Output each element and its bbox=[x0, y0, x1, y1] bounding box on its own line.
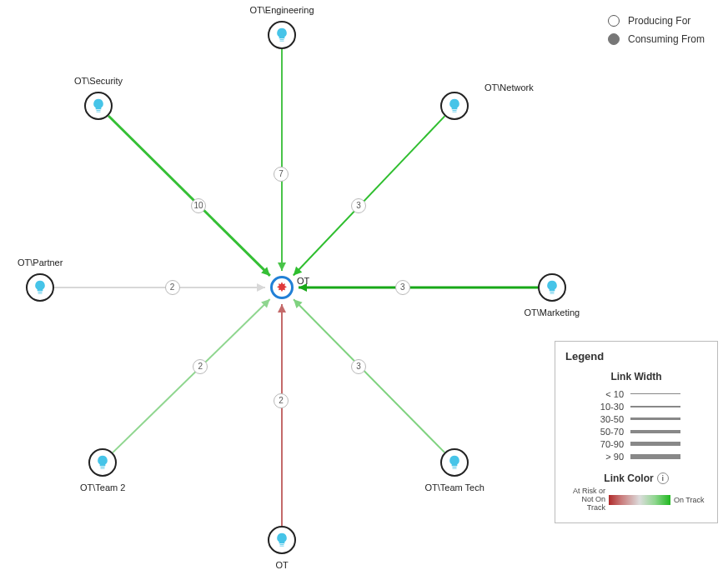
legend-width-line bbox=[630, 430, 680, 433]
graph-key: Producing For Consuming From bbox=[608, 15, 705, 52]
node-label: OT\Marketing bbox=[525, 308, 580, 318]
legend-width-label: 70-90 bbox=[592, 439, 624, 449]
edge-count-badge: 3 bbox=[351, 198, 366, 213]
legend-right-label: On Track bbox=[674, 496, 707, 504]
node-marketing[interactable] bbox=[538, 273, 566, 302]
legend-linkcolor-title: Link Color i bbox=[565, 472, 707, 484]
legend-width-row: 70-90 bbox=[565, 438, 707, 450]
legend-width-label: 10-30 bbox=[592, 402, 624, 412]
edge-count-badge: 2 bbox=[193, 359, 208, 374]
edge-arrowhead-icon bbox=[278, 262, 286, 271]
node-teamtech[interactable] bbox=[440, 448, 469, 477]
node-label: OT bbox=[276, 560, 289, 570]
lightbulb-icon bbox=[274, 532, 290, 548]
edge-arrowhead-icon bbox=[257, 283, 265, 292]
lightbulb-icon bbox=[446, 98, 463, 114]
lightbulb-icon bbox=[32, 279, 48, 296]
lightbulb-icon bbox=[94, 454, 111, 471]
legend-width-row: < 10 bbox=[565, 388, 707, 400]
node-label: OT\Team Tech bbox=[425, 482, 484, 492]
objective-star-icon bbox=[275, 281, 289, 294]
node-security[interactable] bbox=[84, 92, 113, 120]
edge-line bbox=[113, 299, 270, 452]
edge-line bbox=[294, 299, 444, 452]
lightbulb-icon bbox=[274, 27, 290, 43]
info-icon[interactable]: i bbox=[657, 472, 669, 484]
key-producing: Producing For bbox=[608, 15, 705, 27]
color-gradient-bar bbox=[609, 495, 670, 505]
node-label: OT\Partner bbox=[18, 258, 63, 268]
circle-filled-icon bbox=[608, 33, 620, 45]
node-team2[interactable] bbox=[88, 448, 117, 477]
legend-width-line bbox=[630, 442, 680, 446]
legend-width-row: 30-50 bbox=[565, 412, 707, 425]
legend-width-line bbox=[630, 406, 680, 408]
legend-width-row: 10-30 bbox=[565, 400, 707, 412]
node-ot_bottom[interactable] bbox=[268, 526, 296, 554]
legend-width-label: > 90 bbox=[592, 452, 624, 462]
edge-count-badge: 2 bbox=[165, 280, 180, 295]
key-consuming: Consuming From bbox=[608, 33, 705, 45]
legend-width-label: 50-70 bbox=[592, 427, 624, 437]
legend-width-label: 30-50 bbox=[592, 414, 624, 424]
lightbulb-icon bbox=[90, 98, 107, 114]
legend-title: Legend bbox=[565, 350, 707, 362]
key-consuming-label: Consuming From bbox=[628, 33, 705, 45]
legend-width-line bbox=[630, 454, 680, 459]
node-label: OT\Network bbox=[484, 82, 534, 92]
node-network[interactable] bbox=[440, 92, 469, 120]
node-partner[interactable] bbox=[26, 273, 54, 302]
edge-line bbox=[294, 116, 445, 275]
node-label: OT\Security bbox=[74, 76, 123, 86]
legend-width-label: < 10 bbox=[592, 389, 624, 399]
lightbulb-icon bbox=[544, 279, 560, 296]
legend-width-row: 50-70 bbox=[565, 425, 707, 438]
node-label: OT\Team 2 bbox=[80, 482, 125, 492]
center-node[interactable] bbox=[270, 276, 294, 299]
node-label: OT\Engineering bbox=[250, 5, 314, 15]
circle-outline-icon bbox=[608, 15, 620, 27]
edge-count-badge: 10 bbox=[191, 198, 206, 213]
node-engineering[interactable] bbox=[268, 21, 296, 49]
edge-count-badge: 7 bbox=[274, 167, 289, 182]
legend-width-row: > 90 bbox=[565, 450, 707, 462]
edge-count-badge: 3 bbox=[351, 359, 366, 374]
legend-width-line bbox=[630, 393, 680, 394]
key-producing-label: Producing For bbox=[628, 15, 690, 27]
legend-left-label: At Risk orNot On Track bbox=[565, 488, 605, 512]
legend-panel: Legend Link Width < 1010-3030-5050-7070-… bbox=[555, 341, 718, 523]
center-node-label: OT bbox=[297, 276, 309, 286]
lightbulb-icon bbox=[446, 454, 463, 471]
edge-arrowhead-icon bbox=[278, 304, 286, 312]
edge-line bbox=[108, 116, 270, 276]
legend-linkwidth-title: Link Width bbox=[565, 371, 707, 382]
legend-color-gradient: At Risk orNot On Track On Track bbox=[565, 488, 707, 512]
legend-width-line bbox=[630, 418, 680, 420]
edge-count-badge: 3 bbox=[395, 280, 410, 295]
